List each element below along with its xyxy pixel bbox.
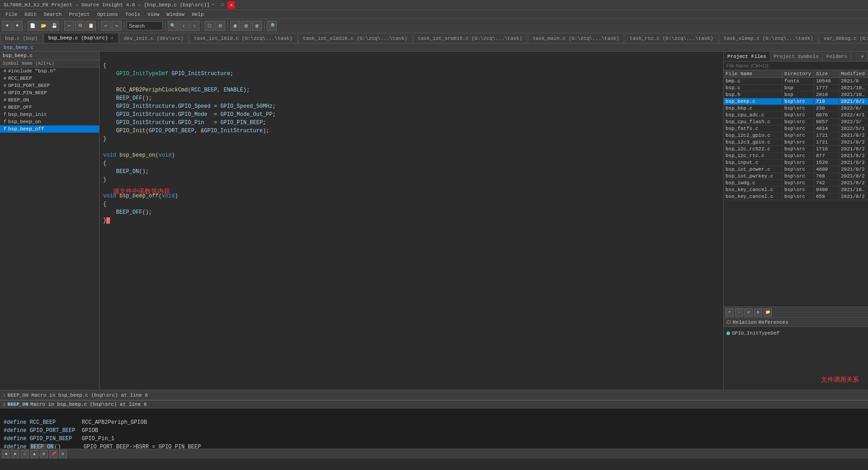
rp-folder-btn[interactable]: 📁	[764, 308, 772, 317]
rp-new-btn[interactable]: +	[726, 308, 734, 317]
file-name-cell: bsp_iwdg.c	[724, 180, 783, 186]
tab-task-iot-srm815[interactable]: task_iot_srm815.c (G:\zcq\...\task)	[413, 33, 527, 43]
tab-bsp-beep-c[interactable]: bsp_beep.c (bsp\src) ✕	[43, 33, 119, 43]
forward-button[interactable]: ►	[13, 21, 23, 31]
bt-back-btn[interactable]: ◄	[2, 450, 10, 458]
relation-header: ⬡ Relation References	[724, 318, 868, 327]
file-table-row[interactable]: bmp.c fonts 10548 2021/8	[724, 78, 868, 85]
bt-expand-btn[interactable]: ⊞	[40, 450, 48, 458]
menu-project[interactable]: Project	[65, 10, 93, 19]
menu-edit[interactable]: Edit	[21, 10, 40, 19]
file-table-row[interactable]: bsp_i2c3_gpio.c bsp\src 1721 2021/8/2	[724, 139, 868, 146]
layout3-button[interactable]: ▥	[252, 21, 262, 31]
tab-task-rtc[interactable]: task_rtc.c (G:\zcq\...\task)	[625, 33, 718, 43]
file-table-row[interactable]: bsp_i2c2_gpio.c bsp\src 1721 2021/8/2	[724, 132, 868, 139]
tab-task-main[interactable]: task_main.c (G:\zcq\...\task)	[528, 33, 624, 43]
file-table-row[interactable]: bsp_input.c bsp\src 1520 2021/8/2	[724, 159, 868, 166]
open-button[interactable]: 📂	[38, 21, 48, 31]
file-table-row[interactable]: bsp_cpu_adc.c bsp\src 8076 2022/4/1	[724, 112, 868, 119]
zoom-in-button[interactable]: 🔎	[267, 21, 277, 31]
file-table-row[interactable]: bsp_beep.c bsp\src 719 2021/8/2	[724, 98, 868, 105]
file-table-row[interactable]: bsp_cpu_flash.c bsp\src 8857 2022/3/	[724, 119, 868, 125]
copy-button[interactable]: ⧉	[75, 21, 85, 31]
right-panel-tabs: Project Files Project Symbols Folders ✕	[724, 52, 868, 62]
sidebar-item[interactable]: #GPIO_PIN_BEEP	[0, 89, 99, 96]
file-table-row[interactable]: bsp_i2c_rtc.c bsp\src 877 2021/8/2	[724, 153, 868, 159]
file-size-cell: 8076	[814, 112, 839, 118]
bt-pin-btn[interactable]: 📌	[49, 450, 57, 458]
relation-button[interactable]: ⬡	[204, 21, 214, 31]
rp-tab-close[interactable]: ✕	[857, 52, 868, 61]
find-prev-button[interactable]: ⇧	[190, 21, 199, 31]
tab-var-debug[interactable]: var_debug.c (G:\zcq\...\variable)	[819, 33, 868, 43]
file-name-cell: bsp.h	[724, 91, 783, 98]
sidebar-item[interactable]: fbsp_beep_init	[0, 111, 99, 118]
sidebar-item[interactable]: fbsp_beep_on	[0, 118, 99, 125]
file-size-cell: 230	[814, 105, 839, 111]
file-name-search-input[interactable]	[724, 62, 868, 70]
back-button[interactable]: ◄	[2, 21, 12, 31]
layout2-button[interactable]: ▤	[241, 21, 251, 31]
new-button[interactable]: 📄	[28, 21, 38, 31]
relation-item[interactable]: GPIO_InitTypeDef	[726, 330, 865, 337]
tab-close-icon[interactable]: ✕	[111, 35, 114, 41]
sidebar-item-label: bsp_beep_off	[8, 126, 44, 132]
file-table-row[interactable]: bso_key_cancel.c bsp\src 9480 2021/10/4	[724, 187, 868, 193]
search-input[interactable]	[127, 21, 163, 30]
find-button[interactable]: 🔍	[168, 21, 178, 31]
file-table-row[interactable]: bsp_iot_power.c bsp\src 4689 2021/8/2	[724, 166, 868, 173]
file-table-row[interactable]: bsp_bkp.c bsp\src 230 2022/6/	[724, 105, 868, 112]
save-button[interactable]: 💾	[49, 21, 59, 31]
file-table-row[interactable]: bsp.c bsp 1777 2021/10/2	[724, 85, 868, 91]
layout-button[interactable]: ▦	[230, 21, 240, 31]
sidebar-item[interactable]: #GPIO_PORT_BEEP	[0, 82, 99, 89]
sidebar-item[interactable]: #RCC_BEEP	[0, 75, 99, 82]
toolbar-sep-2	[62, 21, 62, 30]
file-dir-cell: bsp\src	[783, 187, 814, 193]
undo-button[interactable]: ↩	[101, 21, 111, 31]
menu-tools[interactable]: Tools	[122, 10, 144, 19]
rp-tab-folders[interactable]: Folders	[823, 52, 851, 61]
cut-button[interactable]: ✂	[64, 21, 74, 31]
paste-button[interactable]: 📋	[86, 21, 96, 31]
menu-search[interactable]: Search	[40, 10, 66, 19]
bt-settings-btn[interactable]: ⚙	[59, 450, 67, 458]
file-table-row[interactable]: bsp_iwdg.c bsp\src 742 2021/8/2	[724, 180, 868, 187]
menu-view[interactable]: View	[144, 10, 163, 19]
tab-dev-init[interactable]: dev_init.c (dev\src)	[119, 33, 189, 43]
sidebar-item[interactable]: fbsp_beep_off	[0, 125, 99, 133]
minimize-button[interactable]: ─	[209, 1, 217, 9]
rp-refresh-btn[interactable]: ↺	[745, 308, 753, 317]
sidebar-item[interactable]: ##include "bsp.h"	[0, 67, 99, 75]
bt-forward-btn[interactable]: ►	[11, 450, 19, 458]
menu-file[interactable]: File	[2, 10, 21, 19]
menu-help[interactable]: Help	[188, 10, 207, 19]
find-next-button[interactable]: ⇩	[179, 21, 189, 31]
tab-task-iot-l610[interactable]: task_iot_l610.c (G:\zcq\...\task)	[189, 33, 298, 43]
tab-bsp-c[interactable]: bsp.c (bsp)	[0, 33, 43, 43]
rp-settings-btn[interactable]: ⚙	[754, 308, 762, 317]
menu-options[interactable]: Options	[94, 10, 122, 19]
file-table-row[interactable]: bsp_iot_pwrkey.c bsp\src 768 2021/8/2	[724, 173, 868, 180]
file-table-row[interactable]: bsp_i2c_rc522.c bsp\src 1716 2021/8/2	[724, 146, 868, 153]
project-button[interactable]: ⊞	[215, 21, 225, 31]
code-content[interactable]: { GPIO_InitTypeDef GPIO_InitStructure; R…	[100, 52, 723, 226]
bt-home-btn[interactable]: ⌂	[21, 450, 29, 458]
rp-remove-btn[interactable]: -	[735, 308, 743, 317]
sidebar-item[interactable]: #BEEP_ON	[0, 96, 99, 104]
sidebar-item[interactable]: #BEEP_OFF	[0, 104, 99, 111]
file-dir-cell: bsp\src	[783, 105, 814, 111]
file-name-cell: bmp.c	[724, 78, 783, 84]
tab-task-iot-slm320[interactable]: task_iot_slm320.c (G:\zcq\...\task)	[298, 33, 413, 43]
rp-tab-project-files[interactable]: Project Files	[724, 52, 770, 61]
tab-task-sleep[interactable]: task_sleep.c (G:\zcq\...\task)	[719, 33, 818, 43]
file-table-row[interactable]: bso_key_cancel.c bsp\src 658 2021/8/2	[724, 193, 868, 200]
close-button[interactable]: ✕	[228, 1, 235, 9]
redo-button[interactable]: ↪	[112, 21, 122, 31]
rp-tab-project-symbols[interactable]: Project Symbols	[770, 52, 823, 61]
bt-up-btn[interactable]: ▲	[30, 450, 38, 458]
file-table-row[interactable]: bsp_fatfs.c bsp\src 4814 2022/5/1	[724, 125, 868, 132]
file-table-row[interactable]: bsp.h bsp 2016 2021/10/2	[724, 91, 868, 98]
menu-window[interactable]: Window	[163, 10, 188, 19]
maximize-button[interactable]: □	[218, 1, 226, 9]
